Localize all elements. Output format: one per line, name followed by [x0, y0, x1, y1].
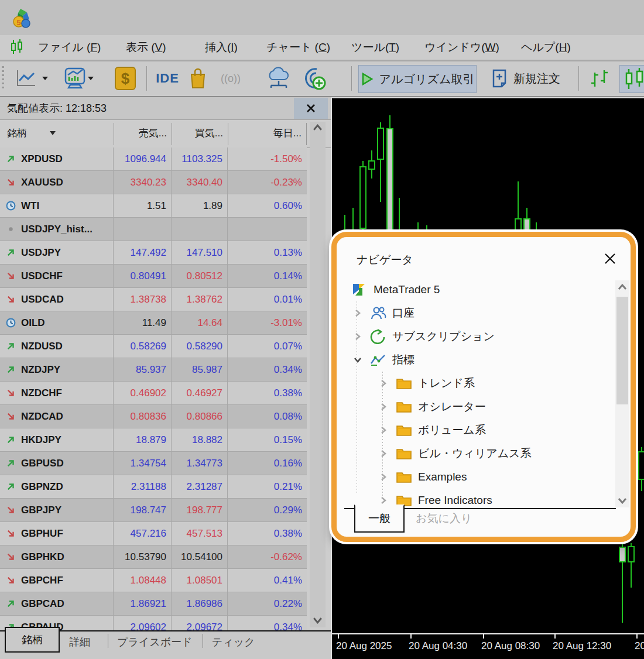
- symbol-name: NZDCHF: [21, 387, 62, 399]
- navigator-tab-お気に入り[interactable]: お気に入り: [416, 511, 472, 526]
- quote-row[interactable]: GBPJPY198.747198.7770.29%: [0, 499, 307, 522]
- menu-item-v[interactable]: 表示 (V): [126, 40, 166, 55]
- market-watch-close-button[interactable]: [294, 98, 328, 119]
- expand-expander-icon[interactable]: [379, 426, 388, 434]
- quote-row[interactable]: USDJPY147.492147.5100.13%: [0, 241, 307, 265]
- ask-price: 2.31287: [172, 475, 228, 498]
- scroll-down-icon[interactable]: [616, 495, 628, 506]
- scroll-up-icon[interactable]: [616, 282, 628, 293]
- collapse-expander-icon[interactable]: [354, 356, 362, 364]
- navigator-scrollbar[interactable]: [615, 280, 629, 507]
- ask-price: 10.54100: [172, 545, 228, 568]
- expand-expander-icon[interactable]: [379, 379, 388, 387]
- tree-item[interactable]: トレンド系: [344, 372, 611, 395]
- line-chart-type-button[interactable]: [14, 65, 50, 92]
- candlestick-chart-type-button[interactable]: [619, 65, 644, 93]
- toolbar-separator: [146, 66, 147, 91]
- expand-expander-icon[interactable]: [354, 332, 362, 341]
- market-watch-column-headers: 銘柄売気...買気...毎日...: [0, 119, 331, 148]
- symbol-name: USDCAD: [21, 294, 64, 306]
- market-watch-panel: 気配値表示: 12:18:53 銘柄売気...買気...毎日... XPDUSD…: [0, 97, 331, 659]
- tab-プライスボード[interactable]: プライスボード: [117, 635, 193, 649]
- bar-chart-type-button[interactable]: [584, 65, 615, 92]
- ask-price: 14.64: [172, 311, 228, 334]
- candlestick-icon: [623, 67, 644, 91]
- menu-item-h[interactable]: ヘルプ(H): [521, 40, 571, 55]
- menu-item-c[interactable]: チャート (C): [266, 40, 330, 55]
- expand-expander-icon[interactable]: [379, 403, 388, 411]
- ide-button[interactable]: IDE: [151, 65, 184, 92]
- tree-item-root[interactable]: MetaTrader 5: [344, 278, 611, 301]
- tree-item[interactable]: 指標: [344, 348, 611, 372]
- tree-item[interactable]: サブスクリプション: [344, 325, 611, 348]
- quote-row[interactable]: GBPNZD2.311882.312870.21%: [0, 475, 307, 499]
- column-header[interactable]: 銘柄: [7, 126, 27, 140]
- daily-change: -3.01%: [228, 311, 307, 334]
- column-header[interactable]: 買気...: [195, 126, 223, 140]
- quote-row[interactable]: NZDJPY85.93785.9870.34%: [0, 358, 307, 382]
- tree-item[interactable]: オシレーター: [344, 395, 611, 418]
- navigator-tab-一般[interactable]: 一般: [354, 504, 405, 533]
- quote-row[interactable]: NZDCAD0.808360.808660.08%: [0, 405, 307, 428]
- column-header[interactable]: 毎日...: [273, 126, 302, 140]
- quote-row[interactable]: NZDCHF0.469020.469270.38%: [0, 382, 307, 405]
- bid-price: 1096.944: [114, 147, 172, 170]
- market-watch-scrollbar[interactable]: [310, 122, 326, 627]
- expand-expander-icon[interactable]: [379, 496, 388, 504]
- scroll-down-icon[interactable]: [311, 614, 324, 626]
- tree-item[interactable]: ボリューム系: [344, 418, 611, 442]
- signals-button[interactable]: [297, 65, 330, 92]
- quote-row[interactable]: GBPHUF457.216457.5130.38%: [0, 522, 307, 545]
- expand-expander-icon[interactable]: [379, 473, 388, 481]
- column-header[interactable]: 売気...: [139, 126, 167, 140]
- shopping-bag-icon: [189, 67, 207, 90]
- folder-icon: [396, 447, 412, 460]
- tab-ティック[interactable]: ティック: [212, 635, 255, 649]
- ask-price: 1.34773: [172, 452, 228, 475]
- quote-row[interactable]: USDCHF0.804910.805120.14%: [0, 265, 307, 288]
- tree-item[interactable]: ビル・ウィリアムス系: [344, 442, 611, 465]
- quote-row[interactable]: XAUUSD3340.233340.40-0.23%: [0, 171, 307, 194]
- chart-profile-button[interactable]: [61, 65, 97, 92]
- quote-row[interactable]: USDJPY_hist...: [0, 218, 307, 241]
- line-chart-icon: [15, 68, 41, 89]
- quote-row[interactable]: USDCAD1.387381.387620.01%: [0, 288, 307, 311]
- quote-row[interactable]: WTI1.511.890.60%: [0, 194, 307, 218]
- menu-item-w[interactable]: ウインドウ(W): [424, 40, 499, 55]
- daily-change: 0.34%: [228, 616, 307, 630]
- tab-詳細[interactable]: 詳細: [69, 635, 90, 649]
- ask-price: 457.513: [172, 522, 228, 545]
- daily-change: 0.16%: [228, 452, 307, 475]
- algo-trading-button[interactable]: アルゴリズム取引: [358, 65, 477, 93]
- quote-row[interactable]: GBPUSD1.347541.347730.16%: [0, 452, 307, 475]
- quote-row[interactable]: NZDUSD0.582690.582900.07%: [0, 335, 307, 358]
- market-watch-symbols-button[interactable]: $: [114, 65, 137, 92]
- menu-item-f[interactable]: ファイル (F): [38, 40, 101, 55]
- cloud-button[interactable]: [263, 65, 294, 92]
- tree-item[interactable]: 口座: [344, 301, 611, 325]
- expand-expander-icon[interactable]: [379, 449, 388, 458]
- scroll-up-icon[interactable]: [311, 122, 324, 134]
- quote-row[interactable]: XPDUSD1096.9441103.325-1.50%: [0, 147, 307, 171]
- tree-item[interactable]: Examples: [344, 465, 611, 489]
- expand-expander-icon[interactable]: [354, 309, 362, 317]
- new-order-button[interactable]: 新規注文: [482, 65, 569, 92]
- market-button[interactable]: [185, 65, 211, 92]
- toolbar-grip[interactable]: [2, 66, 4, 91]
- cloud-icon: [265, 67, 292, 90]
- tab-銘柄[interactable]: 銘柄: [5, 627, 60, 653]
- filter-dropdown-icon[interactable]: [49, 131, 56, 136]
- menu-item-t[interactable]: ツール(T): [351, 40, 399, 55]
- downtick-arrow-icon: [6, 271, 16, 281]
- menu-item-i[interactable]: 挿入(I): [205, 40, 238, 55]
- scrollbar-thumb[interactable]: [616, 297, 628, 404]
- navigator-close-button[interactable]: [601, 250, 619, 267]
- symbol-name: GBPHKD: [21, 551, 64, 563]
- quote-row[interactable]: OILD11.4914.64-3.01%: [0, 311, 307, 335]
- quote-row[interactable]: GBPHKD10.5379010.54100-0.62%: [0, 545, 307, 569]
- quote-row[interactable]: GBPCHF1.084481.085010.41%: [0, 569, 307, 592]
- quote-row[interactable]: HKDJPY18.87918.8820.15%: [0, 428, 307, 452]
- bid-price: 457.216: [114, 522, 172, 545]
- quote-row[interactable]: GBPCAD1.869211.869860.22%: [0, 592, 307, 616]
- news-button[interactable]: ((o)): [217, 65, 245, 92]
